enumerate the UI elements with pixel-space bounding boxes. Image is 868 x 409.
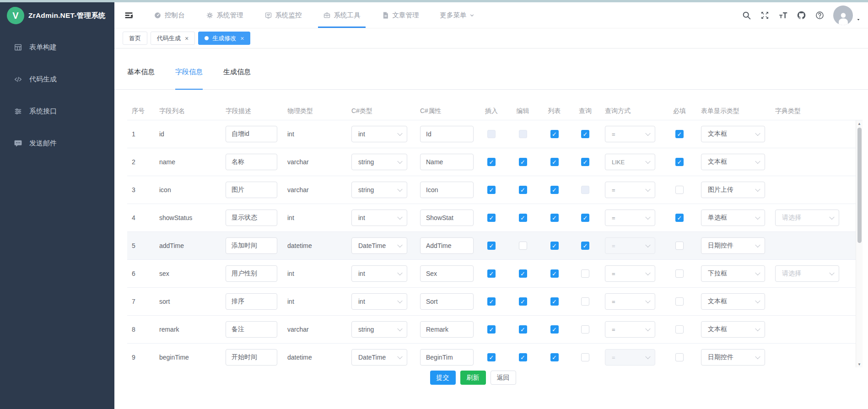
font-size-icon[interactable] [778,11,788,20]
tag-2[interactable]: 生成修改× [198,32,250,45]
tab-1[interactable]: 字段信息 [175,68,203,90]
display-type-select[interactable]: 文本框 [701,126,765,142]
list-checkbox[interactable]: ✓ [550,325,559,334]
edit-checkbox[interactable]: ✓ [519,186,527,194]
close-icon[interactable]: × [240,35,244,42]
cs-type-select[interactable]: DateTime [351,349,407,366]
edit-checkbox[interactable]: ✓ [519,353,527,361]
edit-checkbox[interactable]: ✓ [519,269,527,278]
required-checkbox[interactable] [675,242,684,250]
list-checkbox[interactable]: ✓ [550,158,559,166]
required-checkbox[interactable]: ✓ [675,130,684,138]
menu-console[interactable]: 控制台 [143,2,195,28]
app-logo[interactable]: V ZrAdmin.NET-管理系统 [0,2,114,29]
close-icon[interactable]: × [185,35,189,42]
search-icon[interactable] [742,11,751,20]
insert-checkbox[interactable]: ✓ [487,353,496,361]
insert-checkbox[interactable]: ✓ [487,269,496,278]
edit-checkbox[interactable]: ✓ [519,297,527,306]
list-checkbox[interactable]: ✓ [550,242,559,250]
cs-property-input[interactable] [420,237,474,254]
query-checkbox[interactable]: ✓ [581,158,589,166]
user-avatar[interactable] [833,5,853,25]
list-checkbox[interactable]: ✓ [550,297,559,306]
list-checkbox[interactable]: ✓ [550,130,559,138]
list-checkbox[interactable]: ✓ [550,186,559,194]
cs-property-input[interactable] [420,126,474,142]
sidebar-item-code-generation[interactable]: 代码生成 [0,66,114,92]
description-input[interactable] [226,154,277,170]
description-input[interactable] [226,182,277,198]
insert-checkbox[interactable]: ✓ [487,186,496,194]
cs-type-select[interactable]: DateTime [351,237,407,254]
insert-checkbox[interactable]: ✓ [487,297,496,306]
edit-checkbox[interactable] [519,242,527,250]
query-checkbox[interactable] [581,269,589,278]
github-icon[interactable] [797,11,806,20]
scrollbar-thumb[interactable] [857,128,862,243]
insert-checkbox[interactable]: ✓ [487,242,496,250]
description-input[interactable] [226,321,277,338]
display-type-select[interactable]: 下拉框 [701,265,765,282]
cs-type-select[interactable]: int [351,126,407,142]
edit-checkbox[interactable]: ✓ [519,325,527,334]
required-checkbox[interactable] [675,353,684,361]
cs-property-input[interactable] [420,321,474,338]
cs-property-input[interactable] [420,265,474,282]
table-scrollbar[interactable]: ▲ ▼ [856,120,863,367]
query-type-select[interactable]: = [605,293,655,310]
description-input[interactable] [226,349,277,366]
menu-more-menu[interactable]: 更多菜单 [430,2,485,28]
tab-2[interactable]: 生成信息 [223,68,251,89]
dict-type-select[interactable]: 请选择 [775,210,839,226]
tag-0[interactable]: 首页 [123,32,147,45]
list-checkbox[interactable]: ✓ [550,214,559,222]
caret-down-icon[interactable] [856,17,861,22]
query-checkbox[interactable]: ✓ [581,130,589,138]
cs-property-input[interactable] [420,182,474,198]
query-checkbox[interactable] [581,325,589,334]
scroll-up-icon[interactable]: ▲ [856,120,863,127]
cs-type-select[interactable]: string [351,154,407,170]
display-type-select[interactable]: 日期控件 [701,349,765,366]
required-checkbox[interactable] [675,325,684,334]
insert-checkbox[interactable]: ✓ [487,214,496,222]
edit-checkbox[interactable]: ✓ [519,214,527,222]
display-type-select[interactable]: 文本框 [701,293,765,310]
display-type-select[interactable]: 日期控件 [701,237,765,254]
description-input[interactable] [226,126,277,142]
required-checkbox[interactable] [675,297,684,306]
description-input[interactable] [226,210,277,226]
tag-1[interactable]: 代码生成× [151,32,195,45]
query-checkbox[interactable]: ✓ [581,214,589,222]
cs-type-select[interactable]: int [351,210,407,226]
cs-type-select[interactable]: int [351,293,407,310]
required-checkbox[interactable] [675,186,684,194]
menu-system-monitor[interactable]: 系统监控 [254,2,313,28]
tab-0[interactable]: 基本信息 [127,68,155,89]
refresh-button[interactable]: 刷新 [460,371,486,385]
menu-system-manage[interactable]: 系统管理 [195,2,254,28]
display-type-select[interactable]: 图片上传 [701,182,765,198]
cs-property-input[interactable] [420,293,474,310]
menu-system-tools[interactable]: 系统工具 [313,2,371,28]
menu-fold-icon[interactable] [114,11,143,20]
back-button[interactable]: 返回 [491,371,516,385]
dict-type-select[interactable]: 请选择 [775,265,839,282]
list-checkbox[interactable]: ✓ [550,269,559,278]
display-type-select[interactable]: 单选框 [701,210,765,226]
query-type-select[interactable]: = [605,321,655,338]
list-checkbox[interactable]: ✓ [550,353,559,361]
cs-type-select[interactable]: string [351,321,407,338]
description-input[interactable] [226,293,277,310]
required-checkbox[interactable] [675,269,684,278]
cs-type-select[interactable]: int [351,265,407,282]
required-checkbox[interactable]: ✓ [675,214,684,222]
required-checkbox[interactable]: ✓ [675,158,684,166]
cs-property-input[interactable] [420,349,474,366]
query-type-select[interactable]: = [605,182,655,198]
submit-button[interactable]: 提交 [430,371,456,385]
sidebar-item-system-interface[interactable]: 系统接口 [0,98,114,124]
sidebar-item-form-build[interactable]: 表单构建 [0,34,114,60]
query-type-select[interactable]: LIKE [605,154,655,170]
